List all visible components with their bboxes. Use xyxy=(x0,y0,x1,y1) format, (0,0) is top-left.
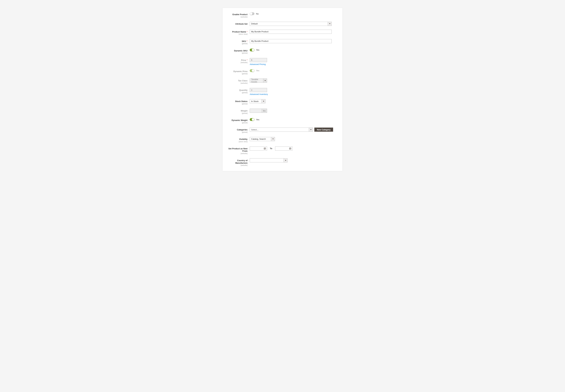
field-tax-class: Tax Class [website] Taxable Goods xyxy=(226,79,339,84)
new-category-button[interactable]: New Category xyxy=(314,127,333,132)
weight-unit: lbs xyxy=(262,109,267,112)
select-stock-status[interactable]: In Stock xyxy=(250,99,265,103)
toggle-value-enable-product: No xyxy=(256,13,259,15)
select-categories[interactable]: Select... xyxy=(250,127,313,132)
label-to: To xyxy=(269,147,274,150)
toggle-value-dynamic-price: Yes xyxy=(256,69,259,72)
scope-tax-class: [website] xyxy=(226,82,248,84)
label-country: Country of Manufacture xyxy=(226,159,248,164)
label-price: Price xyxy=(241,59,246,61)
toggle-dynamic-weight[interactable] xyxy=(250,118,254,121)
label-new-from: Set Product as New From xyxy=(226,147,248,152)
required-icon: * xyxy=(247,40,248,42)
input-new-to-date[interactable] xyxy=(275,146,292,151)
scope-visibility: [store view] xyxy=(226,140,248,143)
scope-dynamic-price: [global] xyxy=(226,72,248,75)
label-dynamic-weight: Dynamic Weight xyxy=(226,119,248,122)
scope-country: [website] xyxy=(226,164,248,166)
input-new-from-date[interactable] xyxy=(250,146,267,151)
required-icon: * xyxy=(247,59,248,61)
field-enable-product: Enable Product [website] No xyxy=(226,12,339,18)
svg-rect-4 xyxy=(264,148,265,149)
calendar-icon[interactable] xyxy=(263,147,267,150)
svg-rect-5 xyxy=(265,148,265,149)
toggle-value-dynamic-sku: Yes xyxy=(256,49,259,51)
calendar-icon[interactable] xyxy=(288,147,292,150)
chevron-down-icon xyxy=(328,22,331,26)
label-visibility: Visibility xyxy=(226,138,248,140)
svg-rect-14 xyxy=(290,148,290,149)
toggle-dynamic-price xyxy=(250,69,254,72)
input-product-name[interactable] xyxy=(250,30,332,34)
chevron-down-icon xyxy=(262,99,265,103)
input-price: $ xyxy=(250,58,267,62)
toggle-value-dynamic-weight: Yes xyxy=(256,118,259,121)
label-quantity: Quantity xyxy=(226,89,248,91)
field-price: Price* [website] $ Advanced Pricing xyxy=(226,58,339,65)
input-sku[interactable] xyxy=(250,39,332,43)
field-new-from: Set Product as New From [website] To xyxy=(226,146,339,154)
link-advanced-inventory[interactable]: Advanced Inventory xyxy=(250,93,339,95)
label-sku: SKU xyxy=(242,40,246,42)
svg-rect-13 xyxy=(289,148,290,149)
scope-price: [website] xyxy=(226,61,248,64)
product-form-panel: Enable Product [website] No Attribute Se… xyxy=(223,8,342,171)
select-visibility[interactable]: Catalog, Search xyxy=(250,137,275,141)
scope-weight: [global] xyxy=(226,112,248,114)
svg-rect-15 xyxy=(290,148,291,149)
scope-enable-product: [website] xyxy=(226,16,248,18)
label-product-name: Product Name xyxy=(232,31,246,33)
svg-rect-16 xyxy=(289,149,290,149)
field-attribute-set: Attribute Set Default xyxy=(226,22,339,26)
field-dynamic-price: Dynamic Price [global] Yes xyxy=(226,69,339,75)
scope-sku: [global] xyxy=(226,42,248,45)
field-product-name: Product Name* [store view] xyxy=(226,30,339,35)
svg-rect-7 xyxy=(264,149,265,149)
label-dynamic-price: Dynamic Price xyxy=(226,70,248,73)
select-attribute-set[interactable]: Default xyxy=(250,22,332,26)
field-visibility: Visibility [store view] Catalog, Search xyxy=(226,137,339,143)
required-icon: * xyxy=(247,31,248,33)
chevron-down-icon xyxy=(263,79,267,83)
svg-rect-6 xyxy=(265,148,265,149)
toggle-dynamic-sku[interactable] xyxy=(250,49,254,51)
scope-product-name: [store view] xyxy=(226,33,248,35)
field-country: Country of Manufacture [website] xyxy=(226,158,339,166)
field-dynamic-weight: Dynamic Weight [global] Yes xyxy=(226,118,339,124)
chevron-down-icon xyxy=(284,158,287,162)
scope-dynamic-sku: [global] xyxy=(226,52,248,54)
toggle-enable-product[interactable] xyxy=(250,12,254,15)
label-tax-class: Tax Class xyxy=(226,80,248,82)
label-stock-status: Stock Status xyxy=(226,100,248,103)
input-quantity xyxy=(250,88,267,92)
svg-rect-17 xyxy=(290,149,290,149)
field-weight: Weight [global] lbs xyxy=(226,109,339,114)
label-enable-product: Enable Product xyxy=(226,13,248,16)
field-sku: SKU* [global] xyxy=(226,39,339,45)
field-categories: Categories [global] Select... New Catego… xyxy=(226,127,339,133)
svg-rect-8 xyxy=(265,149,265,149)
input-weight: lbs xyxy=(250,109,267,113)
scope-new-from: [website] xyxy=(226,152,248,154)
scope-stock-status: [global] xyxy=(226,103,248,105)
select-tax-class: Taxable Goods xyxy=(250,79,267,83)
label-categories: Categories xyxy=(226,128,248,131)
field-quantity: Quantity [global] Advanced Inventory xyxy=(226,88,339,95)
field-stock-status: Stock Status [global] In Stock xyxy=(226,99,339,105)
select-country[interactable] xyxy=(250,158,288,162)
field-dynamic-sku: Dynamic SKU [global] Yes xyxy=(226,49,339,54)
chevron-down-icon xyxy=(309,128,313,131)
link-advanced-pricing[interactable]: Advanced Pricing xyxy=(250,63,339,65)
scope-quantity: [global] xyxy=(226,91,248,94)
scope-categories: [global] xyxy=(226,131,248,133)
label-weight: Weight xyxy=(226,110,248,112)
scope-dynamic-weight: [global] xyxy=(226,122,248,124)
label-dynamic-sku: Dynamic SKU xyxy=(226,50,248,52)
chevron-down-icon xyxy=(271,137,275,141)
label-attribute-set: Attribute Set xyxy=(226,23,248,25)
